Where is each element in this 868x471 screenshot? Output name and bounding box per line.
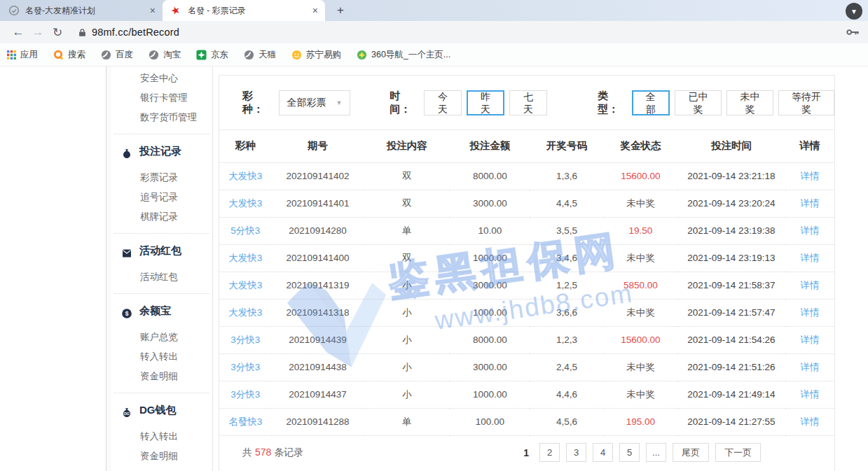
page-content: 安全中心 银行卡管理 数字货币管理 投注记录 彩票记录 追号记录 棋牌记录 活动… — [0, 66, 868, 471]
record-row: 5分快3 20210914280 单 10.00 3,5,5 19.50 202… — [219, 217, 834, 244]
lottery-link[interactable]: 名發快3 — [219, 408, 272, 435]
new-tab-button[interactable]: + — [331, 1, 350, 20]
sidebar-item-account-overview[interactable]: 账户总览 — [111, 328, 212, 347]
sidebar-section-bet-records[interactable]: 投注记录 — [111, 141, 212, 162]
key-icon[interactable] — [846, 29, 860, 36]
bookmark-baidu[interactable]: 百度 — [101, 49, 133, 61]
time-filter-label: 时间： — [390, 90, 419, 116]
time-filter-button[interactable]: 昨天 — [467, 90, 504, 115]
lottery-select[interactable]: 全部彩票 ▼ — [279, 90, 350, 115]
next-page-button[interactable]: 下一页 — [715, 443, 761, 462]
tab-close-icon[interactable]: × — [312, 5, 318, 16]
type-filter-button[interactable]: 已中奖 — [675, 90, 722, 115]
detail-link[interactable]: 详情 — [785, 272, 834, 299]
browser-window: 名發-大发精准计划 × ★ 名發 - 彩票记录 × + ▼ ← → ↻ 98mf… — [0, 0, 868, 471]
detail-link[interactable]: 详情 — [785, 353, 834, 381]
lion-icon — [291, 50, 302, 60]
sidebar-item-red-packet[interactable]: 活动红包 — [111, 267, 212, 287]
back-button[interactable]: ← — [8, 25, 28, 39]
url-text[interactable]: 98mf.cc/betRecord — [92, 27, 846, 38]
content-cell: 小 — [364, 381, 450, 408]
content-cell: 小 — [364, 353, 450, 381]
detail-link[interactable]: 详情 — [785, 326, 834, 353]
tab-close-icon[interactable]: × — [150, 5, 156, 16]
sidebar-section-red-packet[interactable]: 活动红包 — [111, 240, 212, 261]
sidebar-item-security[interactable]: 安全中心 — [111, 69, 212, 88]
tab-plan[interactable]: 名發-大发精准计划 × — [0, 0, 163, 21]
detail-link[interactable]: 详情 — [785, 244, 834, 272]
type-filter-button[interactable]: 全部 — [632, 90, 670, 115]
lottery-link[interactable]: 大发快3 — [219, 190, 272, 217]
lottery-link[interactable]: 3分快3 — [219, 326, 272, 353]
column-header: 投注内容 — [364, 130, 450, 162]
type-filter-button[interactable]: 等待开奖 — [778, 90, 834, 115]
sidebar-section-dg-wallet[interactable]: DG DG钱包 — [111, 400, 212, 421]
bookmark-apps[interactable]: 应用 — [7, 49, 38, 61]
time-cell: 2021-09-14 21:54:26 — [677, 326, 785, 353]
detail-link[interactable]: 详情 — [785, 299, 834, 326]
apps-grid-icon — [7, 50, 16, 59]
sidebar: 安全中心 银行卡管理 数字货币管理 投注记录 彩票记录 追号记录 棋牌记录 活动… — [111, 66, 213, 471]
status-cell: 未中奖 — [604, 353, 677, 381]
lottery-link[interactable]: 3分快3 — [219, 381, 272, 408]
window-menu-button[interactable]: ▼ — [846, 3, 862, 20]
sidebar-item-transfer[interactable]: 转入转出 — [111, 347, 212, 367]
moneybag-icon — [121, 146, 132, 157]
lottery-link[interactable]: 大发快3 — [219, 162, 272, 190]
last-page-button[interactable]: 尾页 — [673, 443, 709, 462]
bookmark-360nav[interactable]: 360导航_一个主页... — [357, 49, 450, 61]
sidebar-item-lottery-records[interactable]: 彩票记录 — [111, 168, 212, 188]
record-row: 3分快3 20210914437 小 1000.00 4,4,6 未中奖 202… — [219, 381, 834, 408]
sidebar-item-crypto[interactable]: 数字货币管理 — [111, 108, 212, 127]
issue-cell: 20210914280 — [272, 217, 364, 244]
sidebar-item-board-records[interactable]: 棋牌记录 — [111, 207, 212, 227]
bookmark-suning[interactable]: 苏宁易购 — [291, 49, 341, 61]
detail-link[interactable]: 详情 — [785, 217, 834, 244]
page-button[interactable]: 3 — [566, 443, 586, 462]
detail-link[interactable]: 详情 — [785, 408, 834, 435]
time-cell: 2021-09-14 21:51:26 — [677, 353, 785, 381]
table-header-row: 彩种 期号 投注内容 投注金额 开奖号码 奖金状态 投注时间 — [219, 130, 834, 162]
detail-link[interactable]: 详情 — [785, 190, 834, 217]
sidebar-item-dg-transfer[interactable]: 转入转出 — [111, 427, 212, 447]
page-button[interactable]: 5 — [619, 443, 640, 462]
bookmark-taobao[interactable]: 淘宝 — [149, 49, 181, 61]
status-cell: 195.00 — [604, 408, 677, 435]
detail-link[interactable]: 详情 — [785, 381, 834, 408]
sidebar-section-yuebao[interactable]: $ 余额宝 — [111, 300, 212, 321]
sidebar-item-fund-details[interactable]: 资金明细 — [111, 367, 212, 386]
page-button[interactable]: 2 — [539, 443, 560, 462]
tab-bet-record[interactable]: ★ 名發 - 彩票记录 × — [163, 0, 325, 21]
lottery-link[interactable]: 大发快3 — [219, 299, 272, 326]
page-button[interactable]: ... — [646, 443, 666, 462]
bookmark-jd[interactable]: 京东 — [196, 49, 228, 61]
issue-cell: 202109141318 — [272, 299, 364, 326]
lottery-link[interactable]: 3分快3 — [219, 353, 272, 381]
page-button[interactable]: 4 — [593, 443, 613, 462]
content-cell: 双 — [364, 162, 450, 190]
lottery-link[interactable]: 5分快3 — [219, 217, 272, 244]
lottery-link[interactable]: 大发快3 — [219, 272, 272, 299]
lottery-link[interactable]: 大发快3 — [219, 244, 272, 272]
sidebar-item-bankcard[interactable]: 银行卡管理 — [111, 88, 212, 108]
bookmark-search[interactable]: 搜索 — [53, 49, 85, 61]
scrollbar[interactable] — [106, 66, 111, 471]
issue-cell: 202109141288 — [272, 408, 364, 435]
sidebar-item-dg-fund-details[interactable]: 资金明细 — [111, 447, 212, 466]
forward-button[interactable]: → — [28, 25, 48, 39]
records-panel: 彩种： 全部彩票 ▼ 时间： 今天 昨天 七天 类型： 全部 已中奖 — [219, 75, 835, 471]
amount-cell: 10.00 — [450, 217, 530, 244]
lottery-filter-label: 彩种： — [242, 90, 272, 116]
divider — [114, 233, 209, 234]
current-page: 1 — [523, 447, 529, 458]
reload-button[interactable]: ↻ — [48, 25, 67, 40]
type-filter-button[interactable]: 未中奖 — [726, 90, 773, 115]
divider — [114, 293, 209, 294]
bookmark-tmall[interactable]: 天猫 — [244, 49, 276, 61]
numbers-cell: 1,2,5 — [530, 272, 603, 299]
time-filter-button[interactable]: 七天 — [509, 90, 547, 115]
time-filter-button[interactable]: 今天 — [424, 90, 462, 115]
sidebar-item-chase-records[interactable]: 追号记录 — [111, 188, 212, 207]
numbers-cell: 4,4,5 — [530, 190, 603, 217]
detail-link[interactable]: 详情 — [785, 162, 834, 190]
